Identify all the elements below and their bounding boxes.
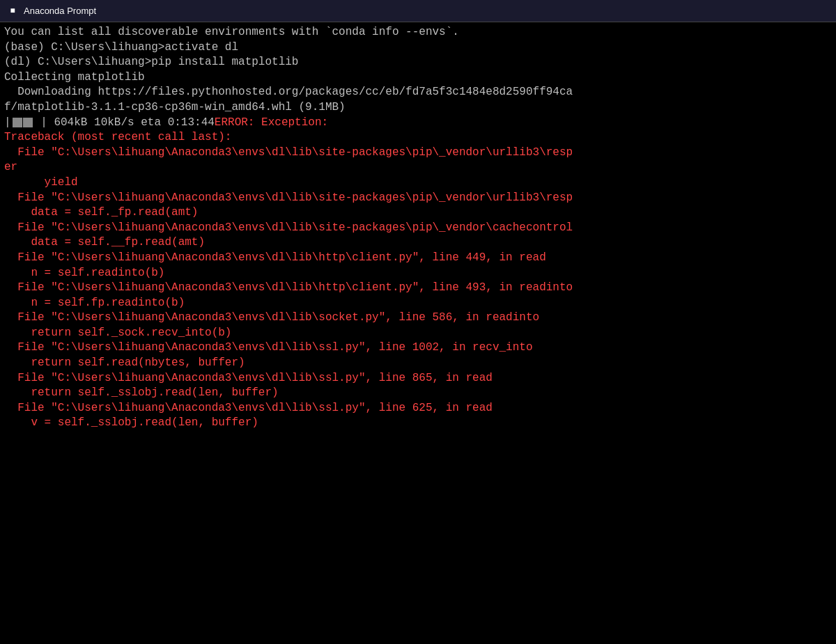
progress-text: | 604kB 10kB/s eta 0:13:44 — [34, 116, 215, 131]
line-file7: File "C:\Users\lihuang\Anaconda3\envs\dl… — [4, 340, 832, 356]
title-bar-icon: ■ — [7, 6, 18, 17]
line-file5: File "C:\Users\lihuang\Anaconda3\envs\dl… — [4, 281, 832, 296]
line-file8: File "C:\Users\lihuang\Anaconda3\envs\dl… — [4, 371, 832, 386]
line-file2: File "C:\Users\lihuang\Anaconda3\envs\dl… — [4, 191, 832, 206]
line-n2: n = self.fp.readinto(b) — [4, 296, 832, 311]
line-n1: n = self.readinto(b) — [4, 266, 832, 281]
terminal-body[interactable]: You can list all discoverable environmen… — [0, 22, 836, 644]
line-return2: return self.read(nbytes, buffer) — [4, 356, 832, 371]
progress-block-1 — [13, 118, 22, 127]
line-v: v = self._sslobj.read(len, buffer) — [4, 416, 832, 431]
line-file1: File "C:\Users\lihuang\Anaconda3\envs\dl… — [4, 146, 832, 161]
progress-block-2 — [23, 118, 33, 127]
line-file4: File "C:\Users\lihuang\Anaconda3\envs\dl… — [4, 251, 832, 266]
line-data1: data = self._fp.read(amt) — [4, 205, 832, 221]
line-file3: File "C:\Users\lihuang\Anaconda3\envs\dl… — [4, 221, 832, 236]
line-filename: f/matplotlib-3.1.1-cp36-cp36m-win_amd64.… — [4, 100, 832, 116]
line-file9: File "C:\Users\lihuang\Anaconda3\envs\dl… — [4, 401, 832, 416]
line-activate: (base) C:\Users\lihuang>activate dl — [4, 40, 832, 56]
progress-line: | | 604kB 10kB/s eta 0:13:44ERROR: Excep… — [4, 116, 832, 131]
title-bar: ■ Anaconda Prompt — [0, 0, 836, 22]
line-data2: data = self.__fp.read(amt) — [4, 235, 832, 251]
line-er: er — [4, 160, 832, 175]
line-intro: You can list all discoverable environmen… — [4, 25, 832, 40]
line-collecting: Collecting matplotlib — [4, 70, 832, 86]
line-file6: File "C:\Users\lihuang\Anaconda3\envs\dl… — [4, 311, 832, 326]
title-bar-text: Anaconda Prompt — [24, 6, 96, 16]
line-downloading: Downloading https://files.pythonhosted.o… — [4, 85, 832, 100]
line-traceback: Traceback (most recent call last): — [4, 130, 832, 146]
line-pip: (dl) C:\Users\lihuang>pip install matplo… — [4, 55, 832, 70]
line-return1: return self._sock.recv_into(b) — [4, 326, 832, 341]
error-text: ERROR: Exception: — [215, 116, 328, 131]
line-return3: return self._sslobj.read(len, buffer) — [4, 386, 832, 401]
line-yield: yield — [4, 175, 832, 191]
